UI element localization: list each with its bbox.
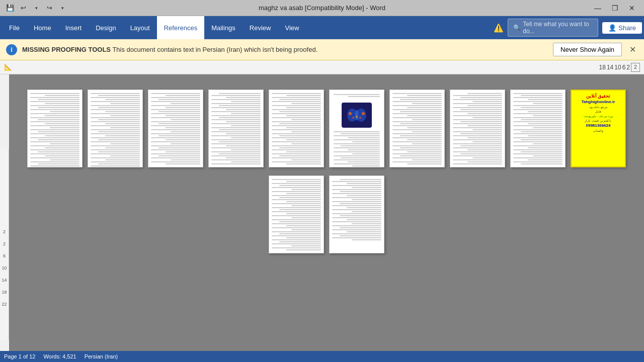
customize-qat-button[interactable]: ▾ (56, 3, 68, 14)
side-num-2a: 2 (3, 229, 6, 234)
tab-mailings[interactable]: Mailings (204, 16, 243, 39)
tab-references[interactable]: References (157, 16, 204, 39)
line (272, 141, 321, 142)
pages-row-1: تحقیق آنلاین Tahghighonline.ir مرجع دانل… (27, 89, 626, 167)
line (332, 185, 381, 186)
tab-layout[interactable]: Layout (123, 16, 157, 39)
line (272, 191, 321, 192)
tab-file[interactable]: File (2, 16, 27, 39)
line (151, 161, 200, 162)
line (279, 123, 321, 124)
line (272, 239, 321, 240)
page-3 (148, 89, 203, 167)
tell-me-search[interactable]: 🔍 Tell me what you want to do... (508, 19, 598, 37)
line (211, 99, 261, 100)
line (211, 135, 261, 136)
line (105, 99, 140, 100)
line (513, 153, 562, 154)
line (513, 157, 562, 158)
page-1 (27, 89, 83, 167)
line (105, 123, 140, 124)
close-button[interactable]: ✕ (624, 3, 640, 14)
line (334, 163, 380, 164)
line (528, 99, 562, 100)
line (513, 125, 562, 126)
save-button[interactable]: 💾 (4, 3, 16, 14)
page-8 (450, 89, 505, 167)
info-close-button[interactable]: ✕ (627, 44, 638, 55)
svg-point-4 (362, 112, 365, 115)
line (91, 149, 140, 150)
line (340, 179, 381, 180)
line (166, 95, 200, 96)
line (211, 147, 261, 148)
info-bar: i MISSING PROOFING TOOLS This document c… (0, 39, 644, 60)
page-6-lines-bottom (332, 131, 382, 167)
line (352, 199, 381, 200)
line (286, 225, 321, 226)
line (30, 137, 79, 138)
side-num-6: 6 (3, 253, 6, 258)
minimize-button[interactable]: — (590, 3, 606, 14)
line (151, 93, 200, 94)
tab-insert[interactable]: Insert (58, 16, 89, 39)
line (513, 113, 562, 114)
line (151, 157, 200, 158)
share-button[interactable]: 👤 Share (602, 22, 642, 34)
tab-view[interactable]: View (278, 16, 306, 39)
line (286, 115, 321, 116)
search-placeholder: Tell me what you want to do... (523, 21, 593, 35)
line (332, 193, 381, 194)
line (453, 107, 502, 108)
line (513, 101, 562, 102)
line (91, 113, 140, 114)
line (30, 113, 79, 114)
line (226, 157, 261, 158)
line (286, 139, 321, 140)
line (110, 155, 140, 156)
line (272, 235, 321, 236)
line (348, 161, 380, 162)
line (98, 163, 140, 164)
line (332, 225, 381, 226)
line (392, 161, 442, 162)
line (400, 123, 442, 124)
svg-point-6 (352, 117, 354, 119)
page-6-content (330, 90, 384, 167)
redo-button[interactable]: ↪ (43, 3, 55, 14)
line (158, 99, 200, 100)
undo-dropdown-button[interactable]: ▾ (30, 3, 42, 14)
page-6-lines-top (332, 92, 382, 97)
line (460, 109, 502, 110)
line (231, 149, 261, 150)
line (513, 117, 562, 118)
line (279, 241, 321, 242)
line (272, 93, 321, 94)
line (272, 149, 321, 150)
tab-home[interactable]: Home (27, 16, 58, 39)
line (226, 109, 261, 110)
line (45, 135, 79, 136)
line (91, 157, 140, 158)
never-show-button[interactable]: Never Show Again (553, 43, 622, 56)
tab-design[interactable]: Design (89, 16, 123, 39)
line (105, 147, 140, 148)
line (166, 115, 200, 116)
tab-review[interactable]: Review (243, 16, 278, 39)
line (38, 163, 79, 164)
line (171, 159, 200, 160)
document-view[interactable]: تحقیق آنلاین Tahghighonline.ir مرجع دانل… (9, 74, 644, 351)
line (91, 137, 140, 138)
line (151, 113, 200, 114)
line (453, 127, 502, 128)
line (472, 129, 502, 130)
restore-button[interactable]: ❐ (607, 3, 623, 14)
ruler-num-6: 6 (622, 64, 626, 71)
line (340, 191, 381, 192)
line (50, 111, 79, 112)
line (348, 149, 380, 150)
line (352, 223, 381, 224)
line (91, 105, 140, 106)
line (521, 119, 562, 120)
undo-button[interactable]: ↩ (17, 3, 29, 14)
